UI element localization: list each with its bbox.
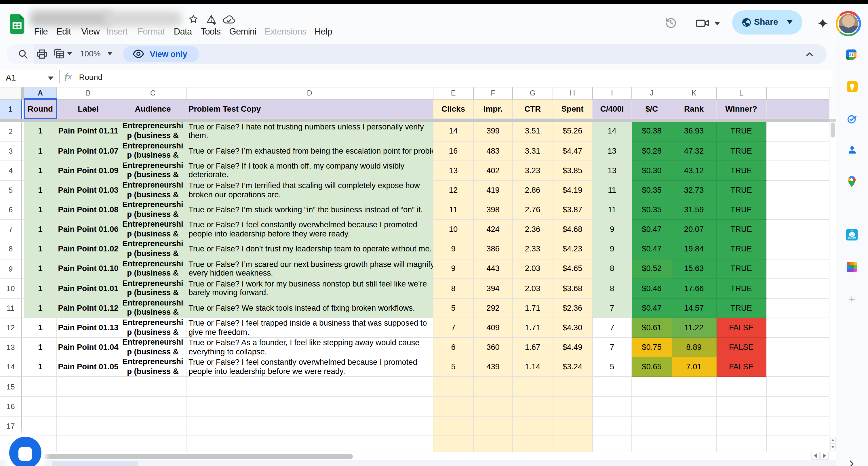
svg-text:WorkGPT: WorkGPT xyxy=(847,237,856,239)
svg-text:31: 31 xyxy=(849,53,854,57)
